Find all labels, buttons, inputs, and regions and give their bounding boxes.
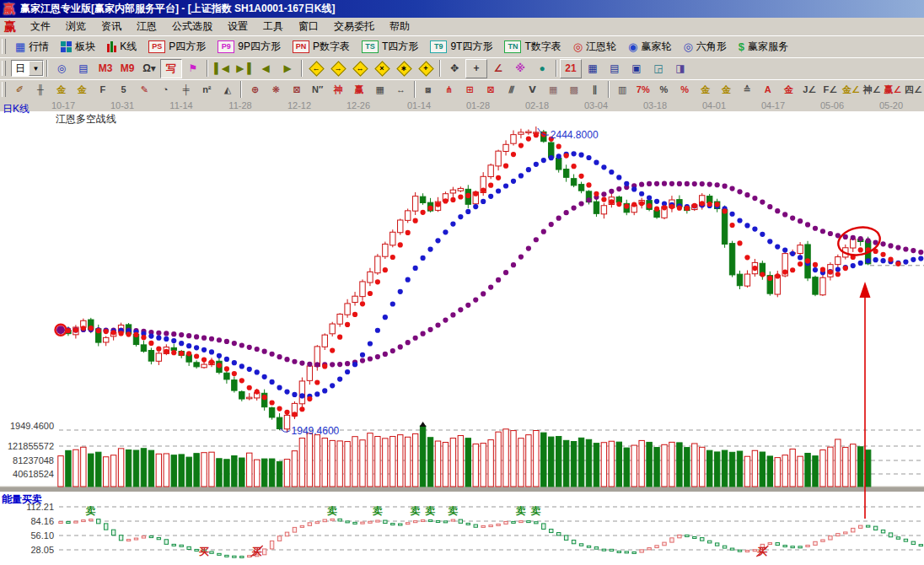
nu-tool[interactable]: Ν″: [307, 80, 328, 100]
gold-circle-tool[interactable]: 金: [695, 80, 716, 100]
hexagon-button[interactable]: ◎六角形: [677, 37, 732, 56]
column-chart-tool[interactable]: ▥: [612, 80, 633, 100]
wave9-button[interactable]: M9: [116, 59, 138, 78]
v-wave-tool[interactable]: Ⅴ: [522, 80, 543, 100]
spiral-chart-button[interactable]: ◎: [51, 59, 73, 78]
period-select[interactable]: 日▼: [11, 60, 44, 77]
p-square-button[interactable]: PSP四方形: [142, 37, 212, 56]
annotate-tool-button[interactable]: 写: [160, 59, 182, 78]
pencil-lines-tool[interactable]: ⫻: [501, 80, 522, 100]
p-digit-button[interactable]: PNP数字表: [287, 37, 356, 56]
pen-tool[interactable]: ✎: [134, 80, 155, 100]
quotes-button[interactable]: ▦行情: [9, 37, 55, 56]
menu-item-7[interactable]: 窗口: [291, 18, 326, 35]
menu-item-1[interactable]: 浏览: [58, 18, 94, 35]
data-refresh-button[interactable]: ◲: [647, 59, 669, 78]
gann-target-tool[interactable]: ⊕: [244, 80, 266, 100]
gold-under-tool[interactable]: 金: [778, 80, 799, 100]
chart-canvas[interactable]: 卖买买卖卖卖卖卖卖卖买2444.80001949.4600: [0, 111, 924, 565]
menu-item-2[interactable]: 资讯: [94, 18, 129, 35]
9p-square-button[interactable]: P99P四方形: [212, 37, 287, 56]
red-grid-box-tool[interactable]: ⊞: [459, 80, 481, 100]
winner-wheel-button[interactable]: ◉赢家轮: [622, 37, 677, 56]
ying-angle-tool[interactable]: 赢∠: [883, 80, 904, 100]
gann-diamond-cross-button[interactable]: +: [415, 59, 437, 78]
crosshair-tool-button[interactable]: +: [465, 59, 487, 78]
prev-bar-button[interactable]: ◀: [255, 59, 277, 78]
red-x-box-tool[interactable]: ⊠: [481, 80, 502, 100]
red-fan-tool[interactable]: ⋔: [438, 80, 459, 100]
bell-pen-tool[interactable]: ≙: [737, 80, 758, 100]
calculator-button[interactable]: ▦: [582, 59, 604, 78]
j-angle-tool[interactable]: J∠: [799, 80, 820, 100]
seven-percent-tool[interactable]: 7%: [632, 80, 653, 100]
hash-grid-2-tool[interactable]: ▩: [563, 80, 584, 100]
gann-diamond-hsplit-button[interactable]: ↔: [349, 59, 371, 78]
menu-item-6[interactable]: 工具: [255, 18, 291, 35]
hrange-tool[interactable]: ↔: [390, 80, 411, 100]
ma-dot-purple: [715, 182, 720, 187]
price-tick-tool[interactable]: ╪: [175, 80, 196, 100]
menu-item-5[interactable]: 设置: [220, 18, 255, 35]
t-digit-button[interactable]: TNT数字表: [498, 37, 567, 56]
menu-item-9[interactable]: 帮助: [382, 18, 417, 35]
flag-tool-button[interactable]: ⚑: [182, 59, 204, 78]
notes-button[interactable]: ▤: [604, 59, 626, 78]
sectors-button[interactable]: 板块: [55, 37, 101, 56]
gold-grid-2-tool[interactable]: 金: [72, 80, 93, 100]
flask-tool-button[interactable]: Ω▾: [138, 59, 160, 78]
grid-123-tool[interactable]: ▦: [369, 80, 390, 100]
square-number-tool[interactable]: n²: [196, 80, 218, 100]
t-square-button[interactable]: TST四方形: [356, 37, 424, 56]
gann-diamond-x-button[interactable]: ×: [371, 59, 393, 78]
chart-area[interactable]: 卖买买卖卖卖卖卖卖卖买2444.80001949.4600 日K线 江恩多空战线…: [0, 111, 924, 565]
handles-box-tool[interactable]: ⧈: [418, 80, 439, 100]
hand-tool-button[interactable]: ✥: [443, 59, 465, 78]
winner-service-button[interactable]: $赢家服务: [733, 37, 794, 56]
menu-item-8[interactable]: 交易委托: [326, 18, 382, 35]
wave3-button[interactable]: M3: [94, 59, 116, 78]
indicator-bar: [663, 542, 666, 546]
gann-diamond-left-button[interactable]: ←: [305, 59, 327, 78]
time-circle-tool[interactable]: ◔: [155, 80, 176, 100]
menu-item-4[interactable]: 公式选股: [164, 18, 220, 35]
tick-grid-tool[interactable]: ╫: [30, 80, 51, 100]
go-last-button[interactable]: ▶▐: [233, 59, 255, 78]
five-grid-tool[interactable]: 5: [113, 80, 134, 100]
a-wave-tool[interactable]: A: [757, 80, 778, 100]
f-angle-tool[interactable]: F∠: [819, 80, 841, 100]
gann-diamond-star-button[interactable]: ∗: [393, 59, 415, 78]
percent-line-tool[interactable]: %: [674, 80, 696, 100]
menu-item-3[interactable]: 江恩: [129, 18, 164, 35]
percent-tool[interactable]: %: [653, 80, 674, 100]
hash-grid-1-tool[interactable]: ▦: [543, 80, 564, 100]
fib-grid-tool[interactable]: F: [93, 80, 114, 100]
send-report-button[interactable]: ◨: [669, 59, 691, 78]
gann-wheel-button[interactable]: ◎江恩轮: [567, 37, 622, 56]
kline-button[interactable]: K线: [101, 37, 142, 56]
gann-diamond-right-button[interactable]: →: [327, 59, 349, 78]
save-button[interactable]: ▣: [626, 59, 647, 78]
parallel-lines-tool[interactable]: ∥: [584, 80, 605, 100]
go-first-button[interactable]: ▌◀: [211, 59, 233, 78]
angle-fan-tool[interactable]: ◭: [218, 80, 239, 100]
info-panel-button[interactable]: ▤: [73, 59, 94, 78]
menu-item-0[interactable]: 文件: [23, 18, 58, 35]
angle-measure-button[interactable]: ∠: [487, 59, 509, 78]
knife-tool[interactable]: ✐: [9, 80, 30, 100]
si-angle-tool[interactable]: 四∠: [903, 80, 924, 100]
9t-square-button[interactable]: T99T四方形: [424, 37, 498, 56]
gann-web-tool[interactable]: ❋: [266, 80, 287, 100]
gold-angle-tool[interactable]: 金∠: [841, 80, 862, 100]
ying-grid-tool[interactable]: 赢: [349, 80, 370, 100]
gold-grid-1-tool[interactable]: 金: [51, 80, 72, 100]
sphere-tool-button[interactable]: ●: [531, 59, 553, 78]
boxed-web-tool[interactable]: ⊠: [287, 80, 308, 100]
title-bar[interactable]: 赢 赢家江恩专业版[赢家内部服务平台] - [上证指数 SH1A0001-167…: [0, 0, 924, 18]
web-tool-button[interactable]: ※: [509, 59, 531, 78]
gold-lines-tool[interactable]: 金: [716, 80, 737, 100]
calendar-button[interactable]: 21: [560, 59, 582, 78]
next-bar-button[interactable]: ▶: [277, 59, 298, 78]
shen-grid-tool[interactable]: 神: [328, 80, 349, 100]
shen-angle-tool[interactable]: 神∠: [862, 80, 883, 100]
